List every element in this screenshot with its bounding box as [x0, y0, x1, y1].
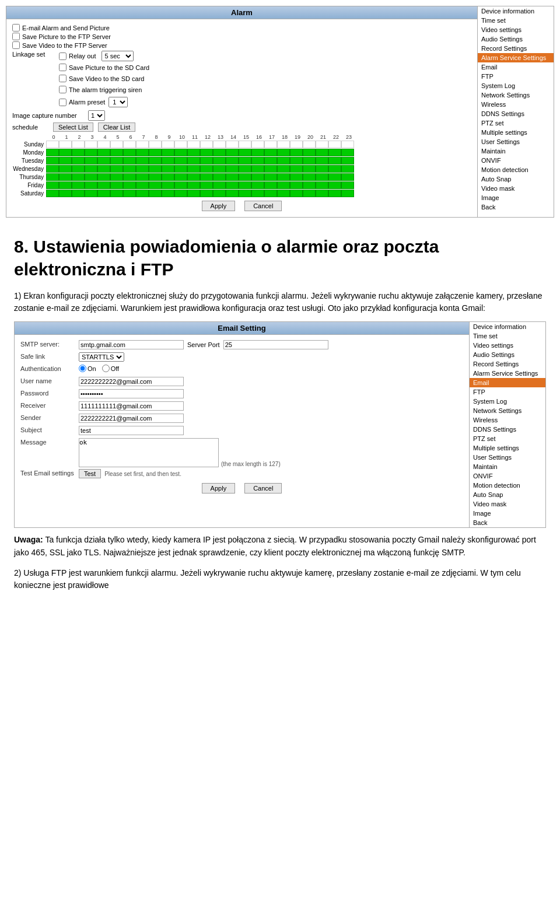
schedule-cell[interactable]	[328, 165, 341, 173]
schedule-cell[interactable]	[316, 173, 328, 181]
schedule-cell[interactable]	[200, 190, 213, 197]
schedule-cell[interactable]	[251, 190, 264, 197]
schedule-cell[interactable]	[251, 173, 264, 181]
schedule-cell[interactable]	[110, 181, 123, 189]
schedule-cell[interactable]	[123, 141, 136, 148]
schedule-cell[interactable]	[149, 165, 162, 173]
schedule-cell[interactable]	[303, 190, 316, 197]
schedule-cell[interactable]	[46, 165, 59, 173]
schedule-cell[interactable]	[46, 141, 59, 148]
schedule-cell[interactable]	[136, 190, 149, 197]
schedule-cell[interactable]	[264, 141, 277, 148]
auth-off-radio[interactable]	[102, 365, 110, 372]
schedule-cell[interactable]	[226, 173, 239, 181]
schedule-cell[interactable]	[97, 141, 110, 148]
auth-off-label[interactable]: Off	[102, 365, 119, 372]
schedule-cell[interactable]	[264, 181, 277, 189]
schedule-cell[interactable]	[85, 149, 97, 156]
auth-on-radio[interactable]	[79, 365, 86, 372]
schedule-cell[interactable]	[226, 149, 239, 156]
schedule-cell[interactable]	[174, 181, 187, 189]
alarm-preset-select[interactable]: 123	[108, 97, 128, 107]
schedule-cell[interactable]	[303, 173, 316, 181]
schedule-cell[interactable]	[213, 149, 226, 156]
schedule-cell[interactable]	[97, 149, 110, 156]
schedule-cell[interactable]	[226, 157, 239, 164]
sidebar-item-video-mask[interactable]: Video mask	[478, 184, 554, 193]
schedule-cell[interactable]	[97, 157, 110, 164]
schedule-cell[interactable]	[97, 181, 110, 189]
schedule-cell[interactable]	[46, 149, 59, 156]
schedule-cell[interactable]	[200, 181, 213, 189]
schedule-cell[interactable]	[85, 173, 97, 181]
schedule-cell[interactable]	[328, 173, 341, 181]
email-apply-btn[interactable]: Apply	[202, 483, 236, 494]
schedule-cell[interactable]	[200, 173, 213, 181]
schedule-cell[interactable]	[264, 165, 277, 173]
schedule-cell[interactable]	[341, 181, 354, 189]
sd-vid-checkbox[interactable]	[59, 75, 66, 82]
sidebar-item-email[interactable]: Email	[478, 62, 554, 72]
relay-checkbox[interactable]	[59, 52, 66, 60]
schedule-cell[interactable]	[187, 165, 200, 173]
schedule-cell[interactable]	[290, 149, 303, 156]
schedule-cell[interactable]	[277, 173, 290, 181]
schedule-cell[interactable]	[341, 165, 354, 173]
schedule-cell[interactable]	[187, 190, 200, 197]
sidebar-item-maintain[interactable]: Maintain	[478, 146, 554, 156]
schedule-cell[interactable]	[290, 190, 303, 197]
schedule-cell[interactable]	[187, 173, 200, 181]
sidebar-item-motion-detection[interactable]: Motion detection	[478, 165, 554, 174]
schedule-cell[interactable]	[213, 181, 226, 189]
schedule-cell[interactable]	[226, 190, 239, 197]
schedule-cell[interactable]	[277, 181, 290, 189]
schedule-cell[interactable]	[251, 149, 264, 156]
select-list-btn[interactable]: Select List	[53, 123, 93, 132]
schedule-cell[interactable]	[303, 141, 316, 148]
schedule-cell[interactable]	[136, 173, 149, 181]
schedule-cell[interactable]	[123, 149, 136, 156]
email-sidebar-item-audio-settings[interactable]: Audio Settings	[470, 350, 545, 359]
schedule-cell[interactable]	[123, 173, 136, 181]
email-sidebar-item-multiple-settings[interactable]: Multiple settings	[470, 443, 545, 453]
message-textarea[interactable]: ok	[79, 438, 219, 467]
schedule-cell[interactable]	[264, 157, 277, 164]
siren-checkbox[interactable]	[59, 86, 66, 93]
server-port-input[interactable]	[223, 340, 328, 349]
schedule-cell[interactable]	[277, 141, 290, 148]
schedule-cell[interactable]	[290, 157, 303, 164]
sidebar-item-device-information[interactable]: Device information	[478, 6, 554, 16]
email-sidebar-item-onvif[interactable]: ONVIF	[470, 471, 545, 481]
schedule-cell[interactable]	[72, 157, 85, 164]
schedule-cell[interactable]	[290, 141, 303, 148]
schedule-cell[interactable]	[290, 173, 303, 181]
sidebar-item-ftp[interactable]: FTP	[478, 72, 554, 81]
schedule-cell[interactable]	[226, 141, 239, 148]
alarm-cancel-btn[interactable]: Cancel	[244, 201, 282, 211]
schedule-cell[interactable]	[72, 165, 85, 173]
schedule-cell[interactable]	[46, 181, 59, 189]
schedule-cell[interactable]	[123, 181, 136, 189]
alarm-preset-checkbox[interactable]	[59, 99, 66, 106]
subject-input[interactable]	[79, 426, 184, 435]
schedule-cell[interactable]	[72, 141, 85, 148]
schedule-cell[interactable]	[110, 141, 123, 148]
safe-link-select[interactable]: STARTTLSSSLNone	[79, 352, 124, 362]
schedule-cell[interactable]	[341, 141, 354, 148]
sidebar-item-ptz-set[interactable]: PTZ set	[478, 118, 554, 128]
sidebar-item-back[interactable]: Back	[478, 202, 554, 212]
schedule-cell[interactable]	[174, 190, 187, 197]
sidebar-item-onvif[interactable]: ONVIF	[478, 156, 554, 165]
schedule-cell[interactable]	[213, 173, 226, 181]
schedule-cell[interactable]	[149, 181, 162, 189]
schedule-cell[interactable]	[290, 165, 303, 173]
receiver-input[interactable]	[79, 401, 184, 411]
email-sidebar-item-image[interactable]: Image	[470, 509, 545, 518]
sidebar-item-alarm-service-settings[interactable]: Alarm Service Settings	[478, 53, 554, 62]
schedule-cell[interactable]	[277, 190, 290, 197]
schedule-cell[interactable]	[341, 190, 354, 197]
email-sidebar-item-maintain[interactable]: Maintain	[470, 462, 545, 471]
sidebar-item-video-settings[interactable]: Video settings	[478, 25, 554, 34]
schedule-cell[interactable]	[200, 149, 213, 156]
sidebar-item-time-set[interactable]: Time set	[478, 16, 554, 25]
